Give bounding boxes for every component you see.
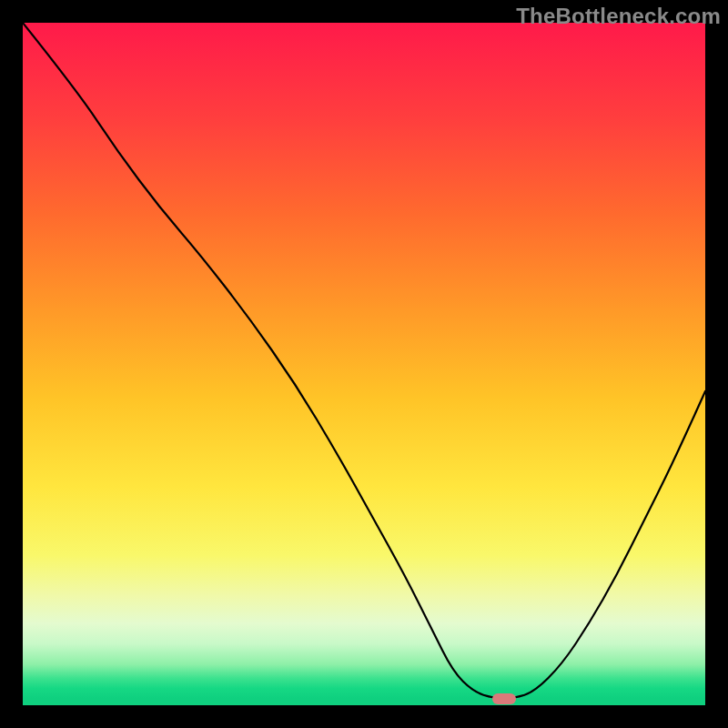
curve-path bbox=[23, 23, 705, 699]
plot-area bbox=[23, 23, 705, 705]
minimum-marker bbox=[492, 693, 516, 704]
watermark-text: TheBottleneck.com bbox=[516, 4, 721, 29]
chart-container: TheBottleneck.com bbox=[0, 0, 728, 728]
bottleneck-curve bbox=[23, 23, 705, 705]
